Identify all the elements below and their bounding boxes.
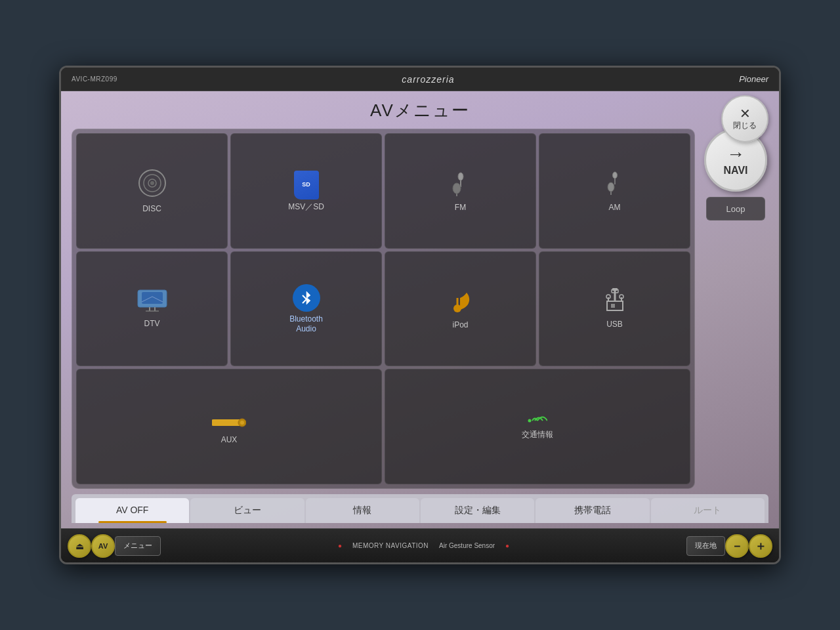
sd-icon [294, 171, 319, 200]
plus-icon: ＋ [755, 538, 766, 554]
close-icon: ✕ [740, 107, 751, 120]
memory-nav-text: MEMORY NAVIGATION [352, 542, 429, 549]
grid-row-1: DISC MSV／SD [76, 133, 690, 249]
svg-point-27 [240, 421, 244, 425]
brand-center-label: carrozzeria [402, 74, 454, 85]
main-screen: AVメニュー ✕ 閉じる [61, 91, 779, 528]
av-label: AV [98, 542, 108, 550]
tab-route-label: ルート [694, 505, 721, 515]
tab-view[interactable]: ビュー [190, 498, 304, 523]
traffic-icon [528, 414, 547, 427]
screen-header: AVメニュー ✕ 閉じる [72, 99, 768, 122]
traffic-label: 交通情報 [522, 430, 553, 439]
eject-button[interactable]: ⏏ [68, 534, 91, 558]
usb-button[interactable]: USB [539, 251, 690, 367]
menu-button[interactable]: メニュー [115, 536, 161, 556]
svg-rect-13 [142, 292, 163, 304]
model-label: AVIC-MRZ099 [72, 75, 117, 83]
aux-label: AUX [221, 435, 238, 444]
aux-button[interactable]: AUX [76, 369, 382, 484]
current-location-label: 現在地 [695, 541, 717, 551]
bluetooth-label: BluetoothAudio [289, 314, 323, 333]
device-frame: AVIC-MRZ099 carrozzeria Pioneer AVメニュー ✕… [59, 66, 781, 564]
bluetooth-audio-button[interactable]: BluetoothAudio [230, 251, 382, 367]
msv-sd-label: MSV／SD [288, 202, 324, 211]
traffic-info-button[interactable]: 交通情報 [385, 369, 690, 484]
navi-label: NAVI [723, 165, 747, 177]
msv-sd-button[interactable]: MSV／SD [230, 133, 382, 249]
svg-point-4 [458, 173, 463, 180]
aux-icon [212, 409, 246, 432]
bluetooth-icon [293, 284, 320, 312]
tab-view-label: ビュー [234, 505, 261, 515]
navi-arrow-icon: → [726, 144, 745, 165]
av-grid: DISC MSV／SD [72, 129, 695, 489]
tab-bar: AV OFF ビュー 情報 設定・編集 携帯電話 ルート [72, 494, 768, 523]
tab-info[interactable]: 情報 [306, 498, 419, 523]
menu-label: メニュー [123, 541, 152, 551]
plus-button[interactable]: ＋ [749, 534, 772, 558]
av-button[interactable]: AV [91, 534, 115, 558]
hw-center-area: ● MEMORY NAVIGATION Air Gesture Sensor ● [161, 542, 686, 549]
eject-icon: ⏏ [75, 541, 84, 551]
svg-point-8 [612, 172, 617, 178]
ipod-button[interactable]: iPod [385, 251, 536, 367]
loop-button[interactable]: Loop [706, 197, 765, 220]
tab-phone[interactable]: 携帯電話 [536, 498, 649, 523]
dtv-button[interactable]: DTV [76, 251, 228, 367]
disc-label: DISC [142, 204, 161, 213]
fm-button[interactable]: FM [385, 133, 536, 249]
current-location-button[interactable]: 現在地 [686, 536, 725, 556]
grid-row-3: AUX [76, 369, 690, 484]
minus-icon: － [731, 538, 743, 554]
tab-settings[interactable]: 設定・編集 [421, 498, 534, 523]
usb-label: USB [606, 320, 623, 329]
gesture-text: Air Gesture Sensor [439, 542, 495, 549]
main-content-area: DISC MSV／SD [72, 129, 768, 489]
svg-point-3 [150, 181, 154, 185]
screen-title: AVメニュー [370, 99, 470, 122]
svg-point-28 [528, 419, 532, 422]
hardware-bar: ⏏ AV メニュー ● MEMORY NAVIGATION Air Gestur… [61, 528, 779, 562]
dtv-icon [136, 289, 168, 316]
disc-button[interactable]: DISC [76, 133, 228, 249]
am-label: AM [609, 203, 621, 212]
fm-label: FM [455, 203, 466, 212]
tab-av-off[interactable]: AV OFF [75, 498, 189, 523]
ipod-label: iPod [452, 320, 468, 329]
tab-phone-label: 携帯電話 [574, 505, 611, 515]
tab-route[interactable]: ルート [651, 498, 765, 523]
close-label: 閉じる [733, 120, 757, 131]
tab-info-label: 情報 [353, 505, 371, 515]
svg-point-10 [608, 182, 614, 192]
dtv-label: DTV [144, 319, 160, 328]
minus-button[interactable]: － [725, 534, 749, 558]
svg-point-6 [453, 183, 461, 194]
fm-icon [448, 170, 474, 200]
ipod-icon [448, 287, 473, 318]
indicator-dot-2: ● [505, 542, 509, 549]
brand-right-label: Pioneer [739, 74, 768, 84]
tab-settings-label: 設定・編集 [455, 505, 501, 515]
brand-bar: AVIC-MRZ099 carrozzeria Pioneer [61, 68, 779, 91]
svg-rect-20 [611, 304, 615, 308]
am-button[interactable]: AM [539, 133, 690, 249]
navi-section: → NAVI Loop [703, 129, 768, 489]
usb-icon [604, 288, 625, 317]
am-icon [602, 170, 628, 200]
loop-label: Loop [726, 204, 746, 214]
disc-icon [138, 169, 167, 201]
tab-av-off-label: AV OFF [116, 505, 149, 515]
close-button[interactable]: ✕ 閉じる [721, 95, 768, 142]
grid-row-2: DTV BluetoothAudio [76, 251, 690, 367]
indicator-dot: ● [338, 542, 342, 549]
